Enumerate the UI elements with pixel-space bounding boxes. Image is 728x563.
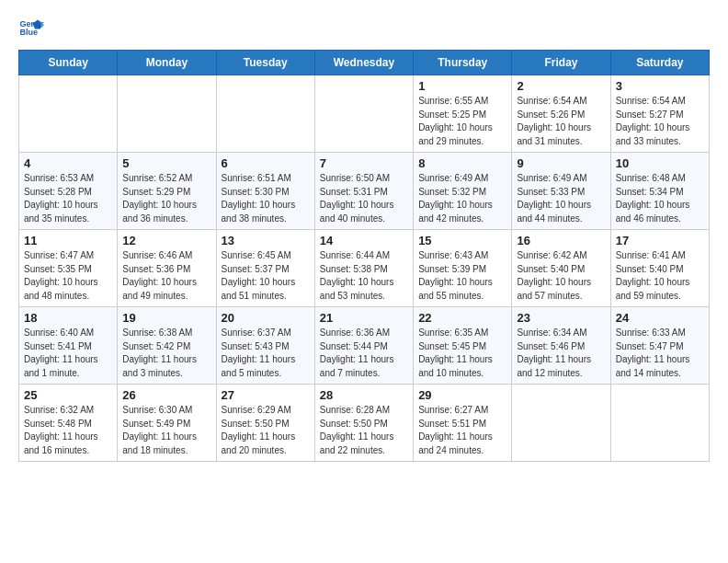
logo-icon: General Blue bbox=[18, 15, 44, 40]
calendar-cell: 4Sunrise: 6:53 AMSunset: 5:28 PMDaylight… bbox=[19, 153, 118, 230]
calendar-cell: 12Sunrise: 6:46 AMSunset: 5:36 PMDayligh… bbox=[118, 230, 216, 307]
day-detail: Sunrise: 6:45 AMSunset: 5:37 PMDaylight:… bbox=[222, 249, 310, 303]
day-detail: Sunrise: 6:47 AMSunset: 5:35 PMDaylight:… bbox=[24, 249, 112, 303]
calendar-cell: 3Sunrise: 6:54 AMSunset: 5:27 PMDaylight… bbox=[610, 75, 709, 153]
calendar-cell: 1Sunrise: 6:55 AMSunset: 5:25 PMDaylight… bbox=[414, 75, 512, 153]
calendar-cell bbox=[610, 385, 709, 462]
day-detail: Sunrise: 6:54 AMSunset: 5:26 PMDaylight:… bbox=[517, 95, 605, 148]
day-number: 22 bbox=[418, 311, 506, 325]
calendar-cell: 27Sunrise: 6:29 AMSunset: 5:50 PMDayligh… bbox=[216, 385, 314, 462]
day-detail: Sunrise: 6:28 AMSunset: 5:50 PMDaylight:… bbox=[320, 404, 408, 457]
calendar-cell: 16Sunrise: 6:42 AMSunset: 5:40 PMDayligh… bbox=[512, 230, 610, 307]
day-number: 9 bbox=[517, 156, 605, 170]
day-number: 18 bbox=[24, 311, 112, 325]
day-number: 29 bbox=[418, 388, 506, 402]
day-number: 26 bbox=[122, 388, 210, 402]
day-number: 2 bbox=[517, 79, 605, 93]
day-number: 20 bbox=[222, 311, 310, 325]
day-detail: Sunrise: 6:33 AMSunset: 5:47 PMDaylight:… bbox=[616, 327, 704, 380]
calendar-cell: 25Sunrise: 6:32 AMSunset: 5:48 PMDayligh… bbox=[19, 385, 118, 462]
day-number: 27 bbox=[222, 388, 310, 402]
day-detail: Sunrise: 6:30 AMSunset: 5:49 PMDaylight:… bbox=[122, 404, 210, 457]
day-detail: Sunrise: 6:37 AMSunset: 5:43 PMDaylight:… bbox=[222, 327, 310, 380]
calendar-cell bbox=[19, 75, 118, 153]
day-detail: Sunrise: 6:49 AMSunset: 5:32 PMDaylight:… bbox=[418, 172, 506, 225]
calendar-cell: 5Sunrise: 6:52 AMSunset: 5:29 PMDaylight… bbox=[118, 153, 216, 230]
day-number: 13 bbox=[222, 234, 310, 247]
day-detail: Sunrise: 6:43 AMSunset: 5:39 PMDaylight:… bbox=[418, 249, 506, 303]
calendar-cell: 21Sunrise: 6:36 AMSunset: 5:44 PMDayligh… bbox=[314, 307, 413, 385]
calendar-cell bbox=[314, 75, 413, 153]
calendar-cell: 22Sunrise: 6:35 AMSunset: 5:45 PMDayligh… bbox=[414, 307, 512, 385]
day-number: 24 bbox=[616, 311, 704, 325]
day-number: 11 bbox=[24, 234, 112, 247]
day-number: 17 bbox=[616, 234, 704, 247]
calendar-cell: 14Sunrise: 6:44 AMSunset: 5:38 PMDayligh… bbox=[314, 230, 413, 307]
day-header-tuesday: Tuesday bbox=[216, 51, 314, 75]
day-detail: Sunrise: 6:53 AMSunset: 5:28 PMDaylight:… bbox=[24, 172, 112, 225]
day-number: 4 bbox=[24, 156, 112, 170]
calendar-cell: 15Sunrise: 6:43 AMSunset: 5:39 PMDayligh… bbox=[414, 230, 512, 307]
day-number: 7 bbox=[320, 156, 408, 170]
day-detail: Sunrise: 6:52 AMSunset: 5:29 PMDaylight:… bbox=[122, 172, 210, 225]
calendar-cell: 9Sunrise: 6:49 AMSunset: 5:33 PMDaylight… bbox=[512, 153, 610, 230]
day-number: 16 bbox=[517, 234, 605, 247]
day-number: 8 bbox=[418, 156, 506, 170]
calendar-cell: 24Sunrise: 6:33 AMSunset: 5:47 PMDayligh… bbox=[610, 307, 709, 385]
calendar-cell: 20Sunrise: 6:37 AMSunset: 5:43 PMDayligh… bbox=[216, 307, 314, 385]
day-detail: Sunrise: 6:42 AMSunset: 5:40 PMDaylight:… bbox=[517, 249, 605, 303]
calendar-table: SundayMondayTuesdayWednesdayThursdayFrid… bbox=[18, 50, 710, 462]
day-detail: Sunrise: 6:51 AMSunset: 5:30 PMDaylight:… bbox=[222, 172, 310, 225]
calendar-header: SundayMondayTuesdayWednesdayThursdayFrid… bbox=[19, 51, 710, 75]
day-header-wednesday: Wednesday bbox=[314, 51, 413, 75]
day-detail: Sunrise: 6:49 AMSunset: 5:33 PMDaylight:… bbox=[517, 172, 605, 225]
day-detail: Sunrise: 6:55 AMSunset: 5:25 PMDaylight:… bbox=[418, 95, 506, 148]
day-detail: Sunrise: 6:38 AMSunset: 5:42 PMDaylight:… bbox=[122, 327, 210, 380]
day-number: 14 bbox=[320, 234, 408, 247]
calendar-cell: 26Sunrise: 6:30 AMSunset: 5:49 PMDayligh… bbox=[118, 385, 216, 462]
calendar-cell: 6Sunrise: 6:51 AMSunset: 5:30 PMDaylight… bbox=[216, 153, 314, 230]
day-number: 12 bbox=[122, 234, 210, 247]
calendar-cell: 13Sunrise: 6:45 AMSunset: 5:37 PMDayligh… bbox=[216, 230, 314, 307]
day-header-saturday: Saturday bbox=[610, 51, 709, 75]
day-detail: Sunrise: 6:41 AMSunset: 5:40 PMDaylight:… bbox=[616, 249, 704, 303]
day-detail: Sunrise: 6:36 AMSunset: 5:44 PMDaylight:… bbox=[320, 327, 408, 380]
day-number: 23 bbox=[517, 311, 605, 325]
day-number: 28 bbox=[320, 388, 408, 402]
day-header-monday: Monday bbox=[118, 51, 216, 75]
day-header-friday: Friday bbox=[512, 51, 610, 75]
calendar-cell: 17Sunrise: 6:41 AMSunset: 5:40 PMDayligh… bbox=[610, 230, 709, 307]
day-number: 3 bbox=[616, 79, 704, 93]
day-header-thursday: Thursday bbox=[414, 51, 512, 75]
calendar-cell: 11Sunrise: 6:47 AMSunset: 5:35 PMDayligh… bbox=[19, 230, 118, 307]
day-detail: Sunrise: 6:35 AMSunset: 5:45 PMDaylight:… bbox=[418, 327, 506, 380]
day-number: 21 bbox=[320, 311, 408, 325]
calendar-cell bbox=[118, 75, 216, 153]
calendar-cell: 23Sunrise: 6:34 AMSunset: 5:46 PMDayligh… bbox=[512, 307, 610, 385]
day-number: 15 bbox=[418, 234, 506, 247]
calendar-cell: 28Sunrise: 6:28 AMSunset: 5:50 PMDayligh… bbox=[314, 385, 413, 462]
calendar-cell: 7Sunrise: 6:50 AMSunset: 5:31 PMDaylight… bbox=[314, 153, 413, 230]
calendar-cell: 18Sunrise: 6:40 AMSunset: 5:41 PMDayligh… bbox=[19, 307, 118, 385]
day-detail: Sunrise: 6:50 AMSunset: 5:31 PMDaylight:… bbox=[320, 172, 408, 225]
day-number: 1 bbox=[418, 79, 506, 93]
header: General Blue bbox=[18, 15, 710, 40]
day-detail: Sunrise: 6:54 AMSunset: 5:27 PMDaylight:… bbox=[616, 95, 704, 148]
calendar-cell bbox=[512, 385, 610, 462]
calendar-cell: 2Sunrise: 6:54 AMSunset: 5:26 PMDaylight… bbox=[512, 75, 610, 153]
day-detail: Sunrise: 6:27 AMSunset: 5:51 PMDaylight:… bbox=[418, 404, 506, 457]
day-number: 10 bbox=[616, 156, 704, 170]
calendar-cell: 29Sunrise: 6:27 AMSunset: 5:51 PMDayligh… bbox=[414, 385, 512, 462]
calendar-cell: 8Sunrise: 6:49 AMSunset: 5:32 PMDaylight… bbox=[414, 153, 512, 230]
svg-text:Blue: Blue bbox=[19, 28, 38, 37]
day-number: 19 bbox=[122, 311, 210, 325]
calendar-cell: 19Sunrise: 6:38 AMSunset: 5:42 PMDayligh… bbox=[118, 307, 216, 385]
day-detail: Sunrise: 6:32 AMSunset: 5:48 PMDaylight:… bbox=[24, 404, 112, 457]
day-detail: Sunrise: 6:29 AMSunset: 5:50 PMDaylight:… bbox=[222, 404, 310, 457]
day-detail: Sunrise: 6:48 AMSunset: 5:34 PMDaylight:… bbox=[616, 172, 704, 225]
day-detail: Sunrise: 6:46 AMSunset: 5:36 PMDaylight:… bbox=[122, 249, 210, 303]
day-number: 5 bbox=[122, 156, 210, 170]
logo: General Blue bbox=[18, 15, 48, 40]
day-header-sunday: Sunday bbox=[19, 51, 118, 75]
day-detail: Sunrise: 6:44 AMSunset: 5:38 PMDaylight:… bbox=[320, 249, 408, 303]
